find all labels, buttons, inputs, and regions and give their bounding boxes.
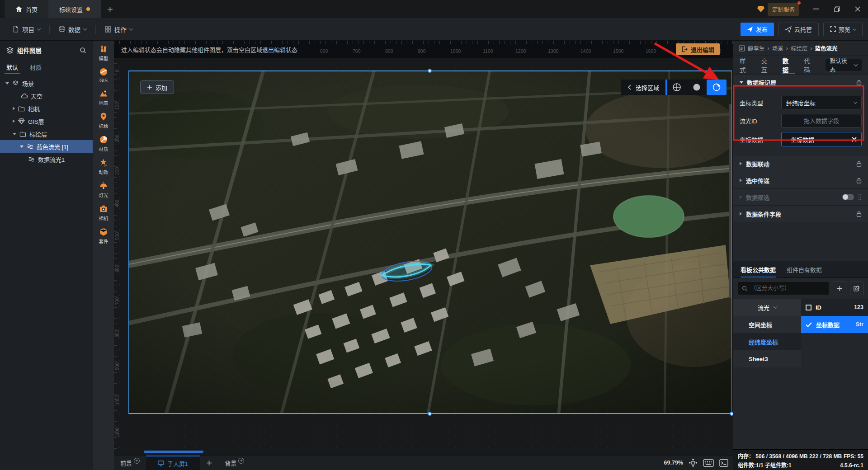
breadcrumb-scene[interactable]: 场景 [772,44,783,52]
globe-mode-button[interactable] [667,80,687,95]
resize-handle-right[interactable] [730,412,733,416]
field-row-id[interactable]: ID 123 [801,299,868,316]
tab-plot-settings[interactable]: 标绘设置 [48,0,101,18]
strip-item-camera[interactable]: 相机 [99,204,108,221]
minimize-button[interactable] [806,0,826,18]
strip-item-plot[interactable]: 标绘 [99,112,108,129]
data-search-box[interactable] [738,282,829,295]
lock-icon[interactable] [856,80,862,85]
streamer-id-input[interactable] [781,114,862,127]
terminal-icon[interactable] [719,459,728,467]
editor-canvas[interactable]: 600 700 800 900 1000 1100 1200 1300 1400… [114,41,733,470]
tree-item-plot-layer[interactable]: 标绘层 [0,127,93,140]
dataset-group-selector[interactable]: 流光 [733,299,801,316]
add-button[interactable]: 添加 [140,80,174,94]
lock-icon[interactable] [856,211,862,217]
sidebar-tab-default[interactable]: 默认 [6,61,18,74]
tree-item-data-streamer[interactable]: 数据流光1 [0,153,93,165]
map-viewport[interactable] [129,71,731,414]
add-screen-button[interactable] [200,456,218,470]
tree-item-camera[interactable]: 相机 [0,102,93,115]
section-data-condition[interactable]: 数据条件字段 [733,206,868,222]
strip-item-gis[interactable]: GIS [99,67,108,83]
breadcrumb-plot-layer[interactable]: 标绘层 [791,44,808,52]
field-list: ID 123 坐标数据 Str [801,299,868,367]
tab-code[interactable]: 代码 [804,56,815,74]
edit-dataset-button[interactable] [850,282,863,295]
add-background-icon[interactable]: + [238,458,244,464]
menu-data[interactable]: 数据 [50,23,95,36]
tree-item-blue-streamer[interactable]: 蓝色流光 [1] [0,140,93,153]
coord-data-field[interactable]: 坐标数据 [781,132,862,146]
sidebar-tab-material[interactable]: 材质 [30,61,42,74]
caret-down-icon[interactable] [20,146,24,148]
region-selector[interactable]: 选择区域 [621,80,665,95]
strip-item-effects[interactable]: 动效 [99,158,108,175]
strip-item-model[interactable]: 模型 [99,44,108,61]
close-button[interactable] [847,0,868,18]
custom-service-badge[interactable]: 定制服务 [768,3,799,16]
kebab-dots-icon[interactable] [858,194,862,200]
caret-down-icon[interactable] [5,82,9,85]
tab-public-data[interactable]: 看板公共数据 [741,261,776,277]
menu-data-label: 数据 [68,25,80,34]
tree-item-sky[interactable]: 天空 [0,89,93,102]
fit-screen-icon[interactable] [689,458,698,467]
state-dropdown[interactable]: 默认状态 [826,59,862,71]
section-data-filter[interactable]: 数据筛选 [733,189,868,206]
caret-right-icon[interactable] [13,119,15,123]
tab-own-data[interactable]: 组件自有数据 [787,261,822,277]
checkbox-unchecked-icon[interactable] [806,305,811,310]
tree-item-scene[interactable]: 场景 [0,77,93,89]
caret-right-icon[interactable] [13,107,15,110]
menu-action[interactable]: 操作 [96,23,142,36]
section-data-marker-layer[interactable]: 数据标记层 [733,74,868,90]
strip-item-material[interactable]: 材质 [99,135,108,152]
breadcrumb-root[interactable]: 鲸孪生 [748,44,765,52]
coord-type-select[interactable]: 经纬度坐标 [781,96,862,109]
tab-home[interactable]: 首页 [5,0,48,18]
keyboard-icon[interactable] [703,459,714,467]
clear-x-icon[interactable] [852,137,857,142]
arc-mode-button-active[interactable] [707,80,726,95]
field-row-coord-data-selected[interactable]: 坐标数据 Str [801,316,868,333]
gis-icon [99,67,108,76]
background-tab[interactable]: 背景 + [218,456,250,470]
foreground-tab[interactable]: 前景 + [114,456,146,470]
menu-project[interactable]: 项目 [4,23,49,36]
vertical-scrollbar[interactable] [729,104,731,298]
tab-interact[interactable]: 交互 [761,56,772,74]
new-tab-button[interactable] [101,0,119,18]
strip-item-kit[interactable]: 套件 [99,227,108,244]
preview-label: 预览 [839,25,850,33]
tab-style[interactable]: 样式 [740,56,751,74]
filter-toggle-off[interactable] [842,194,854,200]
resize-handle-bottom[interactable] [428,412,432,416]
restore-button[interactable] [826,0,847,18]
data-search-input[interactable] [750,285,825,291]
resize-handle-top[interactable] [428,69,432,73]
add-dataset-button[interactable] [833,282,846,295]
caret-down-icon[interactable] [13,133,16,135]
dataset-item-lnglat-coord-selected[interactable]: 经纬度坐标 [733,333,801,350]
dataset-item-sheet3[interactable]: Sheet3 [733,350,801,367]
horizontal-scrollbar[interactable] [144,451,203,453]
search-icon[interactable] [80,47,86,54]
circle-mode-button[interactable] [687,80,707,95]
subscreen-tab-active[interactable]: 子大屏1 [146,456,200,470]
section-select-pass[interactable]: 选中传递 [733,172,868,189]
lock-icon[interactable] [856,178,862,183]
publish-button[interactable]: 发布 [741,23,774,36]
strip-item-light[interactable]: 灯光 [99,181,108,198]
section-data-linkage[interactable]: 数据联动 [733,155,868,172]
coord-type-label: 坐标类型 [740,99,781,107]
preview-button[interactable]: 预览 [823,23,863,36]
exit-edit-button[interactable]: 退出编辑 [676,43,720,55]
lock-icon[interactable] [856,161,862,167]
dataset-item-space-coord[interactable]: 空间坐标 [733,316,801,333]
tree-item-gis-layer[interactable]: GIS层 [0,115,93,127]
cloud-host-button[interactable]: 云托管 [778,23,819,36]
add-foreground-icon[interactable]: + [134,458,140,464]
tab-data[interactable]: 数据 [783,56,794,74]
strip-item-terrain[interactable]: 地表 [99,89,108,106]
